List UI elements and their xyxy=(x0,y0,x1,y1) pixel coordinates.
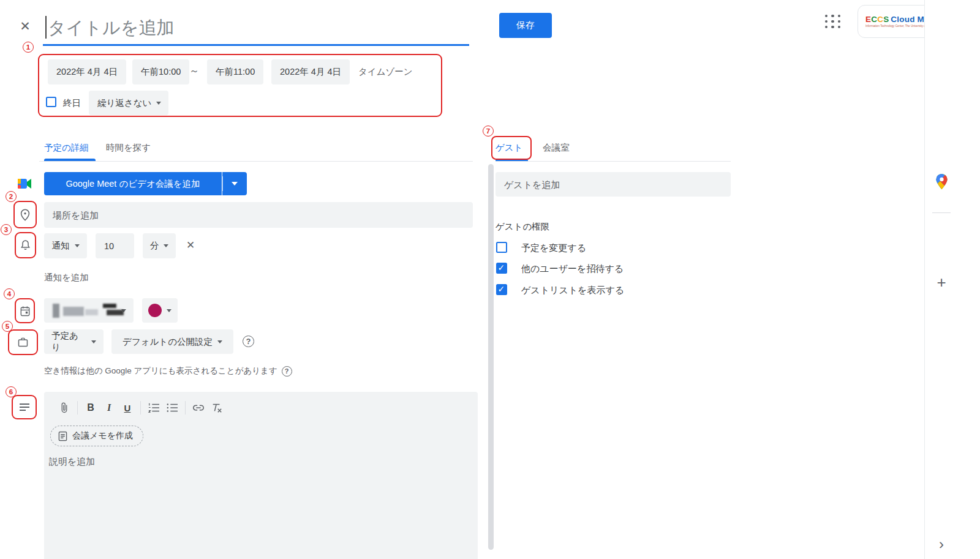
permission-label: ゲストリストを表示する xyxy=(521,285,624,296)
description-placeholder[interactable]: 説明を追加 xyxy=(49,456,95,468)
vertical-scrollbar[interactable] xyxy=(488,164,494,550)
start-date-button[interactable]: 2022年 4月 4日 xyxy=(48,59,126,84)
active-tab-underline xyxy=(496,159,528,161)
redacted-calendar-name xyxy=(107,310,124,315)
redacted-calendar-name xyxy=(85,309,98,315)
tab-find-time[interactable]: 時間を探す xyxy=(106,142,151,154)
active-tab-underline xyxy=(44,159,96,161)
chevron-down-icon xyxy=(217,340,222,343)
underline-button[interactable]: U xyxy=(118,399,137,417)
text-caret xyxy=(45,16,47,39)
annotation-7: 7 xyxy=(483,126,494,137)
start-time-button[interactable]: 午前10:00 xyxy=(132,59,189,84)
save-button[interactable]: 保存 xyxy=(499,13,552,38)
help-icon[interactable]: ? xyxy=(243,336,254,347)
add-guests-input[interactable] xyxy=(496,172,731,197)
end-date-button[interactable]: 2022年 4月 4日 xyxy=(271,59,350,84)
document-icon xyxy=(58,431,67,441)
permission-checkbox-invite[interactable] xyxy=(496,263,507,274)
permission-label: 予定を変更する xyxy=(521,242,586,254)
google-maps-icon[interactable] xyxy=(935,173,948,193)
create-meeting-notes-button[interactable]: 会議メモを作成 xyxy=(50,426,143,446)
timezone-button[interactable]: タイムゾーン xyxy=(358,66,413,78)
add-meet-button[interactable]: Google Meet のビデオ会議を追加 xyxy=(44,172,222,195)
all-day-checkbox[interactable] xyxy=(46,97,56,107)
help-icon[interactable]: ? xyxy=(282,366,292,377)
chevron-down-icon xyxy=(167,309,172,312)
tab-event-details[interactable]: 予定の詳細 xyxy=(44,142,89,154)
bell-icon xyxy=(18,238,33,253)
close-icon[interactable]: ✕ xyxy=(16,17,34,36)
event-color-swatch xyxy=(148,304,162,317)
redacted-calendar-name xyxy=(103,304,116,308)
guest-permissions-title: ゲストの権限 xyxy=(496,221,549,233)
availability-info: 空き情報は他の Google アプリにも表示されることがあります ? xyxy=(44,366,292,377)
calendar-icon xyxy=(17,303,32,318)
toolbar-divider xyxy=(140,401,141,415)
annotation-3: 3 xyxy=(1,224,12,235)
tabs-divider xyxy=(39,161,473,162)
redacted-calendar-name xyxy=(63,307,84,316)
chevron-down-icon xyxy=(75,244,80,247)
tabs-divider xyxy=(496,161,731,162)
add-addon-icon[interactable]: + xyxy=(933,274,949,290)
permission-label: 他のユーザーを招待する xyxy=(521,263,624,275)
annotation-4: 4 xyxy=(4,288,15,299)
bold-button[interactable]: B xyxy=(81,399,100,417)
event-editor-page: ✕ 保存 ECCSCloud Mail Information Technolo… xyxy=(0,0,980,559)
chevron-down-icon xyxy=(91,340,96,343)
chevron-down-icon xyxy=(232,182,238,186)
meet-options-dropdown[interactable] xyxy=(222,172,247,195)
annotation-6: 6 xyxy=(6,386,17,397)
rail-divider xyxy=(932,212,951,213)
side-panel-rail xyxy=(924,0,980,559)
description-lines-icon xyxy=(17,400,32,415)
numbered-list-icon[interactable] xyxy=(145,399,163,417)
tab-guests[interactable]: ゲスト xyxy=(496,142,523,154)
toolbar-divider xyxy=(185,401,186,415)
bulleted-list-icon[interactable] xyxy=(163,399,181,417)
notification-type-dropdown[interactable]: 通知 xyxy=(44,233,87,258)
apps-grid-icon[interactable] xyxy=(825,15,841,29)
location-pin-icon xyxy=(17,207,33,223)
annotation-1: 1 xyxy=(23,42,34,53)
busy-status-dropdown[interactable]: 予定あり xyxy=(44,329,104,354)
time-range-separator: ～ xyxy=(189,65,199,78)
notification-minutes-input[interactable] xyxy=(96,233,134,258)
recurrence-dropdown[interactable]: 繰り返さない xyxy=(89,91,168,115)
collapse-panel-chevron-icon[interactable]: › xyxy=(935,536,948,552)
remove-notification-icon[interactable]: ✕ xyxy=(186,239,195,252)
title-input[interactable] xyxy=(48,13,464,42)
all-day-label: 終日 xyxy=(63,97,81,109)
redacted-calendar-name xyxy=(53,304,59,318)
notification-unit-dropdown[interactable]: 分 xyxy=(143,233,176,258)
visibility-dropdown[interactable]: デフォルトの公開設定 xyxy=(111,329,233,354)
chevron-down-icon xyxy=(156,102,161,105)
google-meet-icon xyxy=(17,176,33,191)
annotation-2: 2 xyxy=(6,191,17,202)
attachment-icon[interactable] xyxy=(55,399,74,417)
end-time-button[interactable]: 午前11:00 xyxy=(207,59,263,84)
clear-formatting-icon[interactable] xyxy=(208,399,226,417)
briefcase-icon xyxy=(15,334,31,350)
italic-button[interactable]: I xyxy=(100,399,118,417)
event-color-dropdown[interactable] xyxy=(142,298,178,323)
toolbar-divider xyxy=(77,401,78,415)
permission-checkbox-see-list[interactable] xyxy=(496,284,507,295)
annotation-5: 5 xyxy=(2,321,13,332)
chevron-down-icon xyxy=(164,244,168,247)
description-toolbar: B I U xyxy=(55,399,226,417)
permission-checkbox-modify[interactable] xyxy=(496,242,507,253)
title-underline xyxy=(43,44,469,46)
add-notification-link[interactable]: 通知を追加 xyxy=(44,272,89,283)
link-icon[interactable] xyxy=(189,399,208,417)
location-input[interactable] xyxy=(44,202,473,228)
tab-rooms[interactable]: 会議室 xyxy=(543,142,570,154)
